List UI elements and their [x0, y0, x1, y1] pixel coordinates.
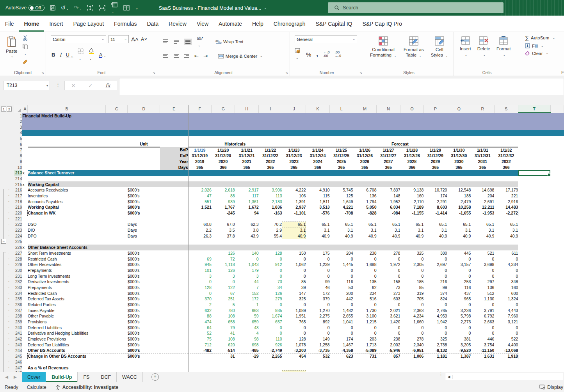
undo-icon[interactable]: ↺⌄ — [61, 4, 69, 11]
cell[interactable] — [518, 290, 550, 296]
fc-value-cell[interactable]: 5,745 — [330, 187, 353, 193]
fc-value-cell[interactable]: 2,916 — [494, 199, 518, 204]
fc-value-cell[interactable]: 4,334 — [494, 262, 518, 268]
fc-value-cell[interactable]: 99 — [306, 279, 330, 285]
fc-value-cell[interactable]: 0 — [400, 273, 423, 279]
fc-value-cell[interactable]: 600 — [494, 290, 518, 296]
cell[interactable] — [518, 342, 550, 348]
fc-value-cell[interactable]: 857 — [377, 353, 400, 359]
fc-value-cell[interactable]: 3,513 — [306, 204, 330, 210]
cell[interactable] — [22, 348, 28, 353]
hist-value-cell[interactable]: 47 — [188, 193, 212, 199]
fc-bop-cell[interactable]: 1/1/28 — [400, 147, 423, 153]
fc-value-cell[interactable]: 149 — [306, 336, 330, 342]
cell[interactable] — [550, 210, 564, 216]
fc-value-cell[interactable]: 0 — [447, 268, 471, 273]
insert-cells-button[interactable]: Insert⌄ — [457, 34, 474, 57]
column-header-I[interactable]: I — [259, 105, 282, 113]
column-header-D[interactable]: D — [128, 105, 160, 113]
cell[interactable] — [518, 233, 550, 239]
fc-value-cell[interactable]: 3,205 — [447, 342, 471, 348]
hist-value-cell[interactable]: 2.9 — [259, 227, 282, 233]
fc-value-cell[interactable]: 0 — [330, 302, 353, 308]
cell[interactable] — [447, 239, 471, 245]
cell[interactable] — [550, 227, 564, 233]
row-header-227[interactable]: 227 — [14, 250, 22, 256]
cell[interactable] — [22, 250, 28, 256]
ribbon-tab-help[interactable]: Help — [247, 16, 269, 32]
accessibility-status[interactable]: Accessibility: Investigate — [55, 385, 118, 390]
fc-eop-cell[interactable]: 31/12/23 — [282, 153, 306, 159]
cell[interactable] — [353, 216, 377, 222]
hist-value-cell[interactable]: 2 — [188, 302, 212, 308]
fc-value-cell[interactable]: 1,239 — [306, 262, 330, 268]
fc-value-cell[interactable]: 0 — [330, 325, 353, 330]
fc-year-cell[interactable]: 2032 — [494, 159, 518, 165]
fc-bop-cell[interactable]: 1/1/23 — [282, 147, 306, 153]
fc-value-cell[interactable]: 216 — [423, 279, 447, 285]
cell[interactable] — [22, 325, 28, 330]
cell[interactable] — [471, 239, 494, 245]
fc-value-cell[interactable]: 99 — [423, 285, 447, 291]
cell[interactable] — [28, 147, 106, 153]
column-header-R[interactable]: R — [471, 105, 494, 113]
hist-value-cell[interactable]: 1,361 — [235, 199, 259, 204]
hist-value-cell[interactable]: 2,265 — [259, 353, 282, 359]
hist-value-cell[interactable]: 108 — [212, 336, 235, 342]
cell[interactable] — [160, 342, 188, 348]
cell[interactable] — [550, 222, 564, 227]
ribbon-tab-chronograph[interactable]: Chronograph — [269, 16, 311, 32]
fc-value-cell[interactable]: 1,649 — [330, 199, 353, 204]
cell[interactable] — [160, 141, 188, 147]
cell[interactable] — [550, 330, 564, 336]
font-color-icon[interactable]: A⌄ — [99, 51, 106, 59]
cell[interactable] — [471, 216, 494, 222]
cell[interactable] — [518, 296, 550, 302]
fc-value-cell[interactable]: 4,443 — [494, 307, 518, 313]
fc-value-cell[interactable]: 136 — [353, 193, 377, 199]
cell[interactable] — [550, 359, 564, 365]
cell[interactable] — [306, 216, 330, 222]
cell[interactable] — [423, 136, 447, 142]
row-header-215[interactable]: 215 — [14, 181, 22, 187]
hist-bop-cell[interactable]: 1/1/19 — [188, 147, 212, 153]
fc-value-cell[interactable]: 0 — [423, 273, 447, 279]
row-header-216[interactable]: 216 — [14, 187, 22, 193]
ribbon-tab-page-layout[interactable]: Page Layout — [68, 16, 109, 32]
percent-style-icon[interactable]: % — [306, 51, 311, 58]
cell[interactable] — [282, 365, 306, 371]
hist-value-cell[interactable]: 110 — [259, 336, 282, 342]
hist-value-cell[interactable]: 52 — [188, 330, 212, 336]
row-header-8[interactable]: 8 — [14, 153, 22, 159]
fc-value-cell[interactable]: 3.1 — [423, 227, 447, 233]
hist-value-cell[interactable]: 0 — [259, 268, 282, 273]
fc-value-cell[interactable]: 1,713 — [353, 342, 377, 348]
hist-value-cell[interactable]: 0 — [259, 330, 282, 336]
cell[interactable] — [518, 210, 550, 216]
hist-value-cell[interactable]: 128 — [259, 250, 282, 256]
bold-button[interactable]: B — [52, 52, 55, 58]
fc-value-cell[interactable]: -984 — [377, 210, 400, 216]
fc-value-cell[interactable]: 0 — [353, 330, 377, 336]
sheet-tab-build-up[interactable]: Build-Up — [46, 372, 78, 382]
cell[interactable] — [22, 262, 28, 268]
hist-value-cell[interactable]: 37.8 — [212, 233, 235, 239]
cell[interactable] — [22, 187, 28, 193]
fc-value-cell[interactable]: -13,068 — [494, 348, 518, 353]
cell[interactable] — [22, 365, 28, 371]
fc-value-cell[interactable]: 40.9 — [377, 233, 400, 239]
cell[interactable] — [550, 216, 564, 222]
hist-value-cell[interactable]: 7 — [235, 285, 259, 291]
cell[interactable] — [160, 313, 188, 319]
cell[interactable] — [518, 268, 550, 273]
search-input[interactable]: Search — [328, 2, 504, 13]
hist-bop-cell[interactable]: 1/1/22 — [259, 147, 282, 153]
fc-value-cell[interactable]: 273 — [377, 290, 400, 296]
fc-value-cell[interactable]: -1,655 — [447, 210, 471, 216]
hist-value-cell[interactable]: 72 — [212, 256, 235, 262]
cell[interactable] — [518, 365, 550, 371]
fc-value-cell[interactable]: 374 — [423, 290, 447, 296]
fc-value-cell[interactable]: 446 — [471, 336, 494, 342]
cell[interactable] — [518, 319, 550, 325]
hist-value-cell[interactable]: -163 — [259, 210, 282, 216]
